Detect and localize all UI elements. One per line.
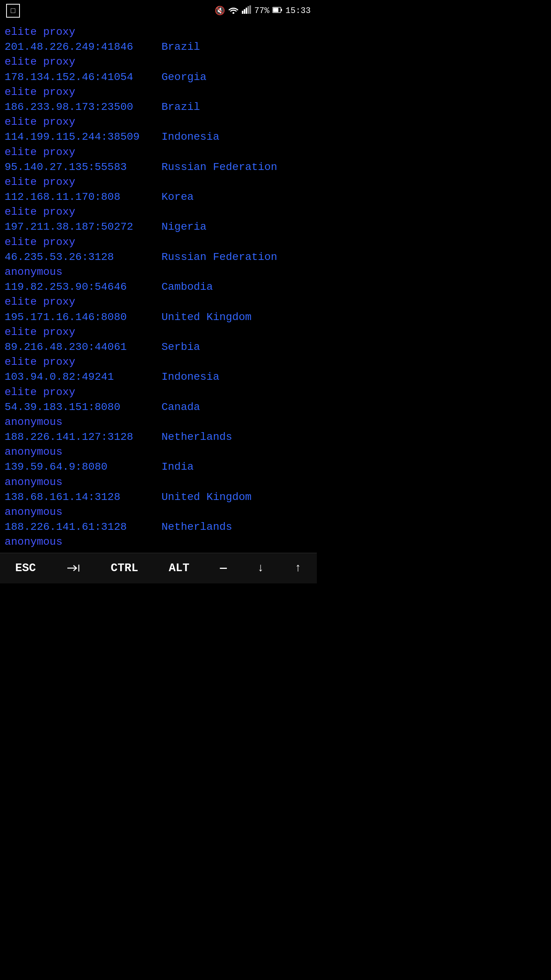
proxy-type-13: anonymous: [5, 415, 312, 430]
proxy-type-16: anonymous: [5, 505, 312, 519]
proxy-row-6: 197.211.38.187:50272Nigeria: [5, 219, 312, 234]
proxy-ip-0: 201.48.226.249:41846: [5, 39, 154, 54]
proxy-ip-7: 46.235.53.26:3128: [5, 250, 154, 265]
proxy-row-13: 188.226.141.127:3128Netherlands: [5, 430, 312, 444]
tab-key[interactable]: [67, 563, 80, 573]
proxy-country-7: Russian Federation: [154, 250, 277, 265]
proxy-row-3: 114.199.115.244:38509Indonesia: [5, 129, 312, 144]
proxy-row-8: 119.82.253.90:54646Cambodia: [5, 279, 312, 294]
svg-rect-4: [248, 6, 249, 14]
proxy-country-10: Serbia: [154, 340, 200, 354]
proxy-type-15: anonymous: [5, 475, 312, 490]
proxy-country-9: United Kingdom: [154, 310, 251, 325]
svg-rect-2: [244, 9, 245, 14]
status-bar: □ 🔇 77% 15: [0, 0, 317, 21]
proxy-country-6: Nigeria: [154, 219, 207, 234]
svg-rect-3: [246, 8, 247, 14]
proxy-ip-15: 138.68.161.14:3128: [5, 490, 154, 505]
proxy-type-17: anonymous: [5, 534, 312, 549]
bottom-bar[interactable]: ESC CTRL ALT — ↓ ↑: [0, 553, 317, 583]
terminal-icon: □: [6, 4, 20, 18]
proxy-type-6: elite proxy: [5, 204, 312, 219]
battery-icon: [272, 6, 282, 16]
proxy-row-4: 95.140.27.135:55583Russian Federation: [5, 160, 312, 175]
alt-key[interactable]: ALT: [169, 562, 189, 575]
proxy-country-15: United Kingdom: [154, 490, 251, 505]
proxy-type-1: elite proxy: [5, 54, 312, 69]
battery-text: 77%: [254, 6, 269, 16]
proxy-country-5: Korea: [154, 189, 194, 204]
proxy-country-16: Netherlands: [154, 519, 232, 534]
proxy-ip-5: 112.168.11.170:808: [5, 189, 154, 204]
proxy-country-2: Brazil: [154, 100, 200, 114]
proxy-ip-9: 195.171.16.146:8080: [5, 310, 154, 325]
proxy-ip-2: 186.233.98.173:23500: [5, 100, 154, 114]
signal-icon: [242, 5, 251, 16]
proxy-row-14: 139.59.64.9:8080India: [5, 459, 312, 474]
proxy-type-14: anonymous: [5, 444, 312, 459]
proxy-type-12: elite proxy: [5, 385, 312, 400]
up-arrow-key[interactable]: ↑: [295, 562, 302, 575]
proxy-row-10: 89.216.48.230:44061Serbia: [5, 340, 312, 354]
esc-key[interactable]: ESC: [15, 562, 36, 575]
mute-icon: 🔇: [215, 6, 225, 16]
dash-key[interactable]: —: [220, 562, 227, 575]
proxy-country-0: Brazil: [154, 39, 200, 54]
status-bar-left: □: [6, 4, 20, 18]
proxy-type-7: elite proxy: [5, 235, 312, 250]
proxy-ip-1: 178.134.152.46:41054: [5, 70, 154, 85]
proxy-country-11: Indonesia: [154, 369, 219, 384]
svg-rect-5: [249, 5, 251, 14]
proxy-type-3: elite proxy: [5, 114, 312, 129]
proxy-country-3: Indonesia: [154, 129, 219, 144]
proxy-ip-3: 114.199.115.244:38509: [5, 129, 154, 144]
proxy-country-12: Canada: [154, 400, 200, 415]
status-bar-right: 🔇 77% 15:33: [215, 5, 311, 16]
svg-point-0: [233, 12, 235, 14]
proxy-ip-12: 54.39.183.151:8080: [5, 400, 154, 415]
down-arrow-key[interactable]: ↓: [257, 562, 264, 575]
proxy-type-9: elite proxy: [5, 294, 312, 309]
proxy-row-12: 54.39.183.151:8080Canada: [5, 400, 312, 415]
svg-rect-7: [281, 9, 282, 11]
proxy-ip-6: 197.211.38.187:50272: [5, 219, 154, 234]
proxy-row-15: 138.68.161.14:3128United Kingdom: [5, 490, 312, 505]
proxy-row-16: 188.226.141.61:3128Netherlands: [5, 519, 312, 534]
proxy-row-7: 46.235.53.26:3128Russian Federation: [5, 250, 312, 265]
svg-rect-8: [273, 8, 278, 12]
terminal-content: elite proxy201.48.226.249:41846Brazileli…: [0, 21, 317, 553]
proxy-ip-4: 95.140.27.135:55583: [5, 160, 154, 175]
proxy-row-2: 186.233.98.173:23500Brazil: [5, 100, 312, 114]
proxy-ip-11: 103.94.0.82:49241: [5, 369, 154, 384]
proxy-type-10: elite proxy: [5, 325, 312, 340]
proxy-country-13: Netherlands: [154, 430, 232, 444]
proxy-country-4: Russian Federation: [154, 160, 277, 175]
proxy-type-8: anonymous: [5, 265, 312, 279]
ctrl-key[interactable]: CTRL: [111, 562, 138, 575]
proxy-type-0: elite proxy: [5, 24, 312, 39]
proxy-country-14: India: [154, 459, 194, 474]
proxy-ip-16: 188.226.141.61:3128: [5, 519, 154, 534]
proxy-row-1: 178.134.152.46:41054Georgia: [5, 70, 312, 85]
proxy-ip-10: 89.216.48.230:44061: [5, 340, 154, 354]
proxy-row-5: 112.168.11.170:808Korea: [5, 189, 312, 204]
proxy-country-8: Cambodia: [154, 279, 213, 294]
proxy-ip-8: 119.82.253.90:54646: [5, 279, 154, 294]
svg-rect-1: [242, 11, 243, 14]
time-display: 15:33: [285, 6, 311, 16]
proxy-type-11: elite proxy: [5, 354, 312, 369]
proxy-ip-13: 188.226.141.127:3128: [5, 430, 154, 444]
proxy-row-11: 103.94.0.82:49241Indonesia: [5, 369, 312, 384]
proxy-ip-14: 139.59.64.9:8080: [5, 459, 154, 474]
proxy-row-9: 195.171.16.146:8080United Kingdom: [5, 310, 312, 325]
proxy-country-1: Georgia: [154, 70, 207, 85]
wifi-icon: [228, 5, 239, 16]
proxy-type-5: elite proxy: [5, 175, 312, 189]
proxy-type-4: elite proxy: [5, 145, 312, 160]
proxy-row-0: 201.48.226.249:41846Brazil: [5, 39, 312, 54]
proxy-type-2: elite proxy: [5, 85, 312, 100]
